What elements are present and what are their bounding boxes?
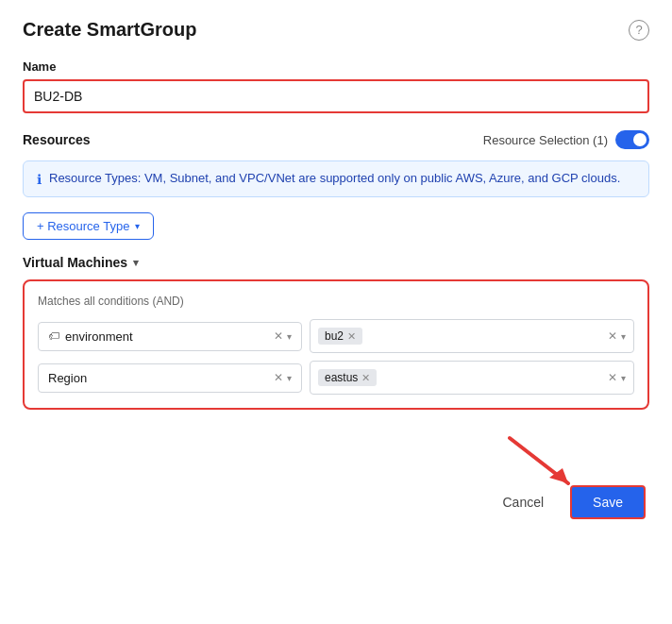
resource-selection-toggle[interactable] [615, 130, 649, 149]
environment-clear-icon[interactable]: ✕ [274, 329, 283, 343]
tag-eastus: eastus ✕ [318, 369, 377, 386]
vm-chevron-icon[interactable]: ▾ [133, 257, 139, 269]
add-resource-type-button[interactable]: + Resource Type ▾ [23, 212, 154, 240]
name-form-group: Name [23, 59, 649, 113]
info-banner: ℹ Resource Types: VM, Subnet, and VPC/VN… [23, 160, 649, 197]
tag-area-clear-icon[interactable]: ✕ [608, 329, 617, 343]
page-header: Create SmartGroup ? [23, 19, 649, 41]
arrow-indicator [500, 429, 585, 498]
condition-field-environment[interactable]: 🏷 environment ✕ ▾ [38, 322, 302, 351]
virtual-machines-label: Virtual Machines [23, 255, 127, 270]
tag-icon: 🏷 [48, 329, 59, 343]
environment-chevron-icon[interactable]: ▾ [287, 331, 292, 342]
region-tag-area-clear-icon[interactable]: ✕ [608, 371, 617, 384]
name-label: Name [23, 59, 649, 74]
condition-field-region[interactable]: Region ✕ ▾ [38, 363, 302, 393]
tag-eastus-label: eastus [325, 371, 358, 384]
info-icon: ℹ [37, 172, 42, 187]
resource-selection: Resource Selection (1) [483, 130, 649, 149]
chevron-down-icon: ▾ [135, 221, 140, 231]
tag-eastus-remove[interactable]: ✕ [361, 372, 370, 384]
environment-field-label: environment [65, 329, 133, 344]
tag-bu2: bu2 ✕ [318, 328, 362, 345]
region-tag-input[interactable]: eastus ✕ ✕ ▾ [310, 361, 634, 395]
resources-header: Resources Resource Selection (1) [23, 130, 649, 149]
environment-tag-input[interactable]: bu2 ✕ ✕ ▾ [310, 319, 634, 353]
region-chevron-icon[interactable]: ▾ [287, 373, 292, 383]
resource-selection-label: Resource Selection (1) [483, 133, 608, 147]
region-clear-icon[interactable]: ✕ [274, 371, 283, 384]
condition-row-environment: 🏷 environment ✕ ▾ bu2 ✕ ✕ ▾ [38, 319, 634, 353]
resources-label: Resources [23, 132, 91, 147]
region-tag-area-chevron-icon[interactable]: ▾ [621, 373, 626, 383]
name-input[interactable] [23, 79, 649, 113]
conditions-label: Matches all conditions (AND) [38, 295, 634, 308]
add-resource-type-label: + Resource Type [37, 219, 129, 233]
conditions-box: Matches all conditions (AND) 🏷 environme… [23, 279, 649, 410]
region-field-label: Region [48, 371, 87, 385]
info-text: Resource Types: VM, Subnet, and VPC/VNet… [49, 171, 620, 185]
footer: Cancel Save [23, 485, 649, 519]
tag-bu2-remove[interactable]: ✕ [347, 330, 356, 343]
page-title: Create SmartGroup [23, 19, 197, 41]
tag-bu2-label: bu2 [325, 329, 344, 343]
tag-area-chevron-icon[interactable]: ▾ [621, 331, 626, 342]
help-icon[interactable]: ? [629, 20, 649, 41]
condition-row-region: Region ✕ ▾ eastus ✕ ✕ ▾ [38, 361, 634, 395]
virtual-machines-section-title: Virtual Machines ▾ [23, 255, 649, 270]
